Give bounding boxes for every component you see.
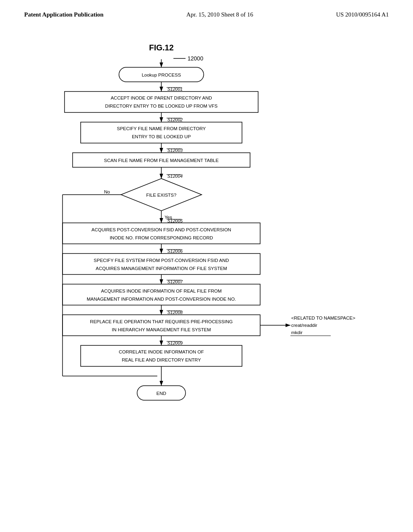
svg-rect-20 <box>63 254 260 274</box>
svg-rect-23 <box>63 284 260 305</box>
page-header: Patent Application Publication Apr. 15, … <box>0 0 413 18</box>
diagram-ref-label: 12000 <box>188 55 203 62</box>
svg-rect-31 <box>81 345 242 366</box>
diagram-area: text { font-family: Arial, sans-serif; f… <box>0 22 413 522</box>
s12006-line2: ACQUIRES MANAGEMENT INFORMATION OF FILE … <box>96 266 227 271</box>
header-left: Patent Application Publication <box>24 11 104 18</box>
svg-rect-26 <box>63 315 260 336</box>
svg-rect-6 <box>65 91 258 112</box>
side-note-title: <RELATED TO NAMESPACE> <box>291 316 355 320</box>
s12007-line2: MANAGEMENT INFORMATION AND POST-CONVERSI… <box>87 297 236 301</box>
s12008-line2: IN HIERARCHY MANAGEMENT FILE SYSTEM <box>112 327 211 332</box>
s12004-label: FILE EXISTS? <box>146 193 177 197</box>
no-label: No <box>104 189 110 194</box>
s12006-line1: SPECIFY FILE SYSTEM FROM POST-CONVERSION… <box>94 258 229 263</box>
s12001-line2: DIRECTORY ENTRY TO BE LOOKED UP FROM VFS <box>105 104 218 108</box>
s12009-line1: CORRELATE INODE INFORMATION OF <box>119 349 204 354</box>
s12008-line1: REPLACE FILE OPERATION THAT REQUIRES PRE… <box>90 319 233 324</box>
s12005-line1: ACQUIRES POST-CONVERSION FSID AND POST-C… <box>92 227 231 232</box>
end-node-label: END <box>156 391 166 396</box>
s12002-line1: SPECIFY FILE NAME FROM DIRECTORY <box>117 126 206 131</box>
s12001-line1: ACCEPT INODE OF PARENT DIRECTORY AND <box>111 96 212 100</box>
header-center: Apr. 15, 2010 Sheet 8 of 16 <box>186 11 253 18</box>
s12007-line1: ACQUIRES INODE INFORMATION OF REAL FILE … <box>101 289 221 293</box>
s12003-label: SCAN FILE NAME FROM FILE MANAGEMENT TABL… <box>104 158 219 163</box>
header-right: US 2010/0095164 A1 <box>336 11 389 18</box>
side-note-item2: mkdir <box>291 330 302 335</box>
svg-rect-17 <box>63 223 260 244</box>
s12005-line2: INODE NO. FROM CORRESPONDING RECORD <box>110 235 213 240</box>
flowchart-svg: text { font-family: Arial, sans-serif; f… <box>0 22 413 522</box>
s12009-line2: REAL FILE AND DIRECTORY ENTRY <box>122 357 201 362</box>
s12002-line2: ENTRY TO BE LOOKED UP <box>132 134 191 139</box>
start-node-label: Lookup PROCESS <box>142 73 181 77</box>
svg-rect-9 <box>81 122 242 143</box>
diagram-title: FIG.12 <box>149 43 173 52</box>
side-note-item1: creat/readdir <box>291 323 317 328</box>
